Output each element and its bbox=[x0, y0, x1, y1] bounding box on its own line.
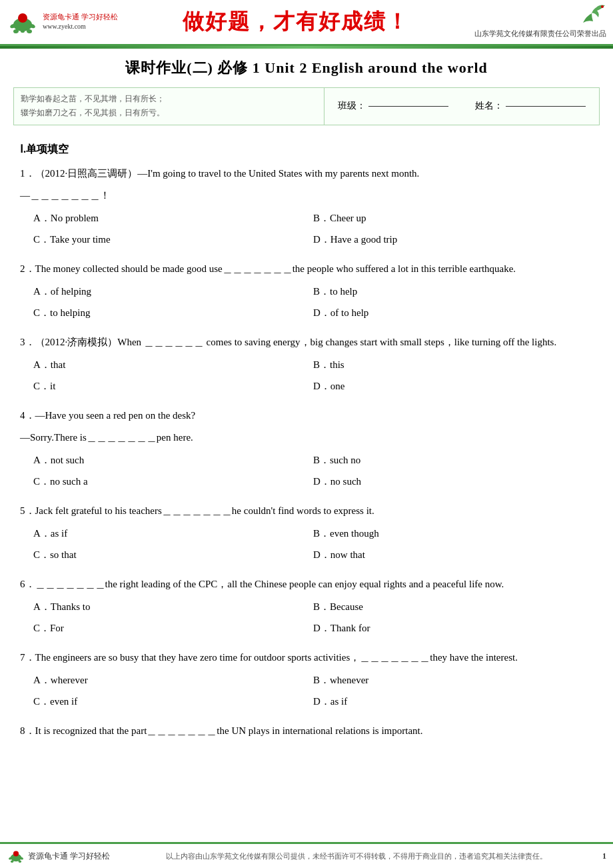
quote-line2: 辍学如磨刀之石，不见其损，日有所亏。 bbox=[21, 106, 317, 121]
q7-optC: C．even if bbox=[33, 692, 313, 711]
q6-stem: 6．＿＿＿＿＿＿＿the right leading of the CPC，al… bbox=[20, 575, 593, 593]
q6-optD: D．Thank for bbox=[313, 619, 593, 638]
q4-optD: D．no such bbox=[313, 472, 593, 491]
q2-optD: D．of to help bbox=[313, 303, 593, 323]
footer-disclaimer: 以上内容由山东学苑文化传媒有限公司提供，未经书面许可不得转载，不得用于商业目的，… bbox=[117, 851, 596, 861]
q1-number: 1． bbox=[20, 168, 35, 179]
svg-point-6 bbox=[21, 30, 25, 33]
question-7: 7．The engineers are so busy that they ha… bbox=[20, 649, 593, 711]
header: 资源龟卡通 学习好轻松 www.zyekt.com 做好题，才有好成绩！ 山东学… bbox=[0, 0, 613, 46]
q5-options: A．as if B．even though C．so that D．now th… bbox=[20, 524, 593, 565]
q8-stem: 8．It is recognized that the part＿＿＿＿＿＿＿t… bbox=[20, 722, 593, 740]
info-box: 勤学如春起之苗，不见其增，日有所长； 辍学如磨刀之石，不见其损，日有所亏。 班级… bbox=[13, 87, 600, 125]
q5-optA: A．as if bbox=[33, 524, 313, 543]
question-4: 4．—Have you seen a red pen on the desk? … bbox=[20, 407, 593, 491]
logo-text: 资源龟卡通 学习好轻松 www.zyekt.com bbox=[43, 12, 118, 31]
class-input-line bbox=[368, 106, 448, 107]
footer-turtle-icon bbox=[7, 847, 25, 865]
question-5: 5．Jack felt grateful to his teachers＿＿＿＿… bbox=[20, 502, 593, 565]
q4-options: A．not such B．such no C．no such a D．no su… bbox=[20, 451, 593, 491]
q5-optC: C．so that bbox=[33, 545, 313, 565]
q1-options: A．No problem B．Cheer up C．Take your time… bbox=[20, 209, 593, 249]
q7-optD: D．as if bbox=[313, 692, 593, 711]
header-slogan-area: 做好题，才有好成绩！ bbox=[118, 7, 474, 37]
q2-optC: C．to helping bbox=[33, 303, 313, 323]
q2-number: 2． bbox=[20, 263, 35, 274]
q5-number: 5． bbox=[20, 505, 35, 516]
q1-stem2: —＿＿＿＿＿＿＿！ bbox=[20, 187, 593, 205]
q4-optB: B．such no bbox=[313, 451, 593, 470]
footer-logo: 资源龟卡通 学习好轻松 bbox=[7, 847, 110, 865]
q4-optC: C．no such a bbox=[33, 472, 313, 491]
class-label: 班级： bbox=[338, 100, 366, 112]
q3-stem: 3．（2012·济南模拟）When ＿＿＿＿＿＿ comes to saving… bbox=[20, 333, 593, 351]
q2-optA: A．of helping bbox=[33, 282, 313, 301]
q6-optA: A．Thanks to bbox=[33, 597, 313, 617]
info-fields: 班级： 姓名： bbox=[324, 88, 599, 125]
q5-optD: D．now that bbox=[313, 545, 593, 565]
class-field: 班级： bbox=[338, 100, 448, 112]
quote-line1: 勤学如春起之苗，不见其增，日有所长； bbox=[21, 92, 317, 107]
q2-optB: B．to help bbox=[313, 282, 593, 301]
question-6: 6．＿＿＿＿＿＿＿the right leading of the CPC，al… bbox=[20, 575, 593, 638]
q5-stem: 5．Jack felt grateful to his teachers＿＿＿＿… bbox=[20, 502, 593, 520]
q6-number: 6． bbox=[20, 579, 35, 589]
q7-options: A．wherever B．whenever C．even if D．as if bbox=[20, 671, 593, 711]
q2-stem: 2．The money collected should be made goo… bbox=[20, 260, 593, 278]
q3-options: A．that B．this C．it D．one bbox=[20, 355, 593, 396]
q3-optD: D．one bbox=[313, 377, 593, 396]
q4-stem: 4．—Have you seen a red pen on the desk? bbox=[20, 407, 593, 425]
footer-logo-text: 资源龟卡通 学习好轻松 bbox=[28, 851, 110, 862]
q1-optC: C．Take your time bbox=[33, 230, 313, 249]
question-3: 3．（2012·济南模拟）When ＿＿＿＿＿＿ comes to saving… bbox=[20, 333, 593, 396]
page-title: 课时作业(二) 必修 1 Unit 2 English around the w… bbox=[0, 50, 613, 83]
q1-optD: D．Have a good trip bbox=[313, 230, 593, 249]
logo-area: 资源龟卡通 学习好轻松 www.zyekt.com bbox=[7, 6, 118, 38]
q5-optB: B．even though bbox=[313, 524, 593, 543]
q3-optA: A．that bbox=[33, 355, 313, 375]
question-8: 8．It is recognized that the part＿＿＿＿＿＿＿t… bbox=[20, 722, 593, 740]
q3-optC: C．it bbox=[33, 377, 313, 396]
q6-optC: C．For bbox=[33, 619, 313, 638]
content-area: Ⅰ.单项填空 1．（2012·日照高三调研）—I'm going to trav… bbox=[0, 129, 613, 771]
q8-number: 8． bbox=[20, 725, 35, 736]
svg-point-7 bbox=[601, 5, 604, 8]
svg-point-1 bbox=[18, 13, 27, 23]
header-slogan: 做好题，才有好成绩！ bbox=[183, 9, 409, 33]
q6-optB: B．Because bbox=[313, 597, 593, 617]
question-1: 1．（2012·日照高三调研）—I'm going to travel to t… bbox=[20, 165, 593, 249]
header-company: 山东学苑文化传媒有限责任公司荣誉出品 bbox=[474, 4, 606, 40]
q3-number: 3． bbox=[20, 337, 35, 347]
svg-point-9 bbox=[13, 851, 19, 856]
q1-optA: A．No problem bbox=[33, 209, 313, 228]
q3-optB: B．this bbox=[313, 355, 593, 375]
section1-title: Ⅰ.单项填空 bbox=[20, 143, 593, 157]
q6-options: A．Thanks to B．Because C．For D．Thank for bbox=[20, 597, 593, 638]
q1-stem: 1．（2012·日照高三调研）—I'm going to travel to t… bbox=[20, 165, 593, 183]
q4-stem2: —Sorry.There is＿＿＿＿＿＿＿pen here. bbox=[20, 429, 593, 447]
footer: 资源龟卡通 学习好轻松 以上内容由山东学苑文化传媒有限公司提供，未经书面许可不得… bbox=[0, 842, 613, 868]
name-field: 姓名： bbox=[475, 100, 586, 112]
q4-optA: A．not such bbox=[33, 451, 313, 470]
header-border-line bbox=[0, 46, 613, 49]
q7-number: 7． bbox=[20, 652, 35, 663]
name-label: 姓名： bbox=[475, 100, 503, 112]
page-number: 1 bbox=[602, 851, 606, 861]
question-2: 2．The money collected should be made goo… bbox=[20, 260, 593, 323]
name-input-line bbox=[506, 106, 586, 107]
q2-options: A．of helping B．to help C．to helping D．of… bbox=[20, 282, 593, 323]
q7-optA: A．wherever bbox=[33, 671, 313, 690]
q4-number: 4． bbox=[20, 410, 35, 421]
logo-icon bbox=[7, 6, 39, 38]
bird-icon bbox=[573, 4, 606, 28]
q7-stem: 7．The engineers are so busy that they ha… bbox=[20, 649, 593, 667]
q7-optB: B．whenever bbox=[313, 671, 593, 690]
info-quote: 勤学如春起之苗，不见其增，日有所长； 辍学如磨刀之石，不见其损，日有所亏。 bbox=[14, 88, 324, 125]
q1-optB: B．Cheer up bbox=[313, 209, 593, 228]
